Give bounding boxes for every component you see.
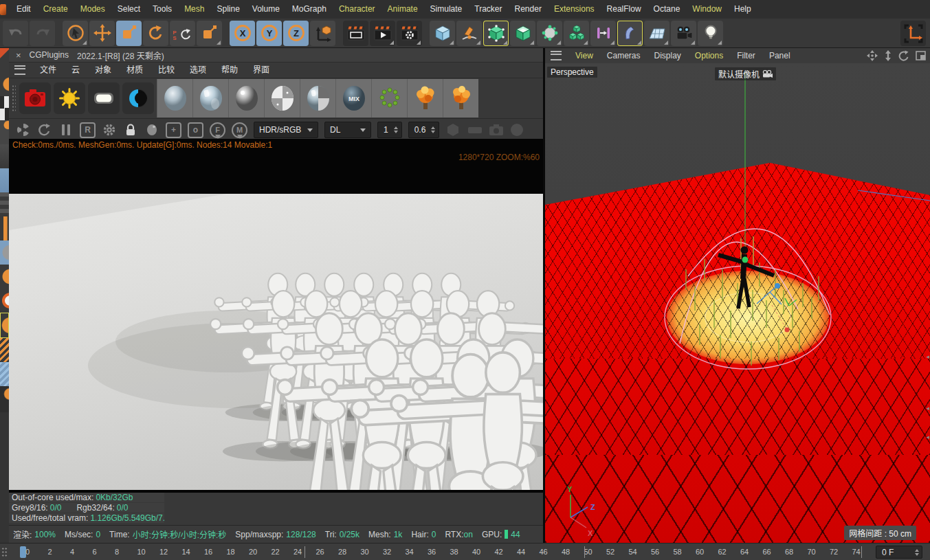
left-tool-fragment[interactable] [0, 216, 9, 240]
left-tool-fragment[interactable] [0, 120, 9, 144]
mograph-cloner-button[interactable] [564, 21, 589, 46]
left-tool-fragment[interactable] [0, 168, 9, 192]
volume-builder-button[interactable] [537, 21, 562, 46]
light-button[interactable] [698, 21, 723, 46]
generator-button[interactable] [510, 21, 535, 46]
viewport-menu-panel[interactable]: Panel [762, 48, 797, 63]
frame-stepper[interactable] [915, 549, 919, 556]
current-frame-field[interactable]: 0 F [876, 546, 922, 559]
menu-realflow[interactable]: RealFlow [601, 0, 647, 19]
frame-tick-16[interactable]: 16 [204, 544, 227, 560]
restart-render-icon[interactable] [37, 122, 52, 137]
left-tool-fragment[interactable] [0, 362, 9, 386]
move-tool-button[interactable] [89, 21, 115, 46]
burger-icon[interactable] [14, 65, 25, 75]
add-cube-button[interactable] [430, 21, 455, 46]
coordinate-system-button[interactable] [310, 21, 335, 46]
frame-tick-52[interactable]: 52 [606, 544, 629, 560]
left-tool-fragment[interactable] [0, 240, 9, 265]
octane-daylight-button[interactable] [54, 82, 85, 114]
edge-handle-icon[interactable]: ◂ [926, 434, 929, 440]
frame-tick-18[interactable]: 18 [227, 544, 250, 560]
frame-tick-48[interactable]: 48 [562, 544, 584, 560]
viewport-menu-filter[interactable]: Filter [730, 48, 762, 63]
edge-handle-icon[interactable]: ◂ [926, 354, 929, 360]
render-settings-button[interactable] [397, 21, 422, 46]
render-view-button[interactable] [343, 21, 368, 46]
menu-select[interactable]: Select [111, 0, 146, 19]
frame-tick-6[interactable]: 6 [93, 544, 115, 560]
octane-menu-6[interactable]: 帮助 [214, 63, 245, 78]
universal-material-button[interactable] [264, 79, 300, 117]
viewport-menu-options[interactable]: Options [688, 48, 730, 63]
field-button[interactable] [590, 21, 616, 46]
frame-tick-64[interactable]: 64 [740, 544, 763, 560]
octane-menu-4[interactable]: 比较 [151, 63, 182, 78]
frame-tick-22[interactable]: 22 [272, 544, 294, 560]
floor-button[interactable] [644, 21, 669, 46]
octane-vdb-fire-button[interactable] [443, 79, 478, 117]
frame-tick-32[interactable]: 32 [383, 544, 406, 560]
left-tool-fragment[interactable] [0, 386, 9, 412]
viewport-menu-view[interactable]: View [568, 48, 600, 63]
viewport-canvas[interactable]: Y Z X Perspective 默认摄像机 网格间距 : 50 cm ◂ ◂… [545, 63, 930, 543]
menu-spline[interactable]: Spline [210, 0, 245, 19]
menu-mesh[interactable]: Mesh [178, 0, 210, 19]
menu-octane[interactable]: Octane [647, 0, 687, 19]
octane-menu-2[interactable]: 对象 [87, 63, 119, 78]
gamma-field[interactable]: 0.6 [408, 122, 440, 138]
timeline-ruler[interactable]: 0246810121416182022242628303234363840424… [25, 544, 874, 560]
frame-tick-36[interactable]: 36 [428, 544, 450, 560]
material-ball-icon[interactable] [144, 122, 159, 137]
rotate-tool-button[interactable] [143, 21, 168, 46]
add-aov-icon[interactable]: + [166, 122, 181, 138]
settings-gear-icon[interactable] [102, 122, 117, 137]
menu-mograph[interactable]: MoGraph [286, 0, 333, 19]
orbit-view-icon[interactable] [898, 50, 909, 61]
view-label[interactable]: Perspective [547, 67, 597, 78]
region-render-icon[interactable]: R [80, 122, 96, 138]
frame-tick-12[interactable]: 12 [159, 544, 182, 560]
glossy-material-button[interactable] [192, 79, 228, 117]
menu-volume[interactable]: Volume [246, 0, 286, 19]
last-tool-button[interactable] [197, 21, 222, 46]
toolbar-grip[interactable] [12, 85, 16, 112]
menu-tracker[interactable]: Tracker [468, 0, 508, 19]
frame-tick-28[interactable]: 28 [338, 544, 361, 560]
frame-tick-2[interactable]: 2 [48, 544, 71, 560]
frame-tick-20[interactable]: 20 [249, 544, 272, 560]
left-tool-fragment[interactable] [0, 289, 9, 313]
frame-tick-34[interactable]: 34 [406, 544, 428, 560]
render-canvas[interactable]: Check:0ms./0ms. MeshGen:0ms. Update[G]:0… [9, 139, 543, 493]
edge-handle-icon[interactable]: ◂ [926, 405, 929, 412]
world-axes-button[interactable] [900, 21, 926, 46]
menu-animate[interactable]: Animate [381, 0, 424, 19]
menu-extensions[interactable]: Extensions [548, 0, 601, 19]
octane-target-light-button[interactable] [122, 82, 154, 114]
object-buffer-icon[interactable]: o [188, 122, 203, 138]
frame-tick-42[interactable]: 42 [495, 544, 518, 560]
menu-simulate[interactable]: Simulate [424, 0, 469, 19]
frame-tick-30[interactable]: 30 [361, 544, 384, 560]
menu-character[interactable]: Character [333, 0, 381, 19]
octane-camera-tag-button[interactable] [19, 82, 51, 114]
octane-vdb-volume-button[interactable] [407, 79, 443, 117]
frame-tick-70[interactable]: 70 [808, 544, 830, 560]
menu-render[interactable]: Render [509, 0, 548, 19]
pen-spline-button[interactable] [456, 21, 482, 46]
left-tool-fragment[interactable] [0, 144, 9, 168]
close-icon[interactable]: × [16, 50, 21, 60]
frame-tick-4[interactable]: 4 [70, 544, 93, 560]
frame-tick-8[interactable]: 8 [115, 544, 137, 560]
menu-tools[interactable]: Tools [146, 0, 178, 19]
timeline-grip[interactable] [1, 547, 8, 557]
y-axis-lock-button[interactable]: Y [256, 21, 282, 46]
left-tool-fragment[interactable] [0, 96, 9, 120]
frame-tick-56[interactable]: 56 [651, 544, 674, 560]
burger-icon[interactable] [551, 51, 562, 60]
stepper-arrows[interactable] [394, 126, 398, 133]
viewport-menu-display[interactable]: Display [647, 48, 687, 63]
menu-modes[interactable]: Modes [74, 0, 111, 19]
live-selection-button[interactable] [63, 21, 88, 46]
left-tool-fragment[interactable] [0, 338, 9, 362]
